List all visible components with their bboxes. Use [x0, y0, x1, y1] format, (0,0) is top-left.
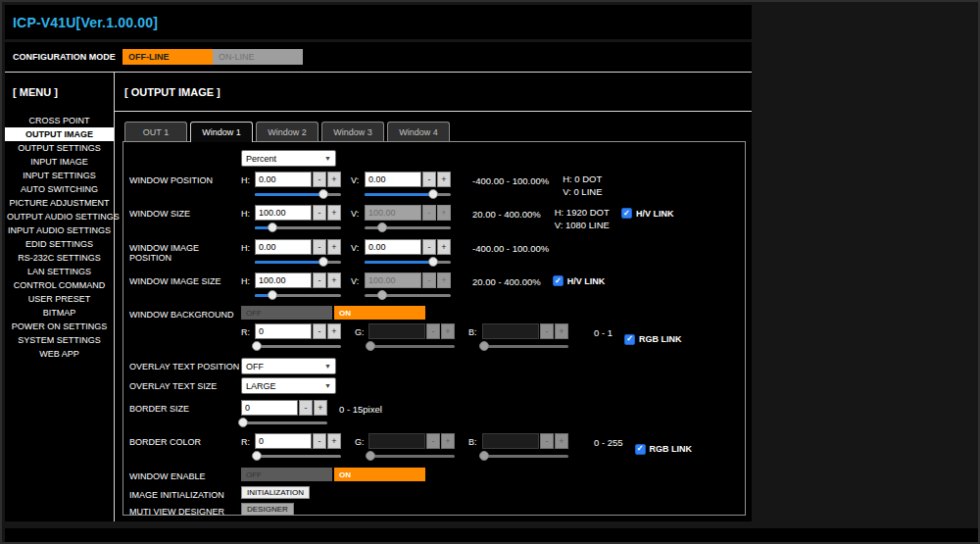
- slider-fill: [255, 261, 323, 264]
- tab-window-1[interactable]: Window 1: [190, 122, 253, 142]
- decrement-button[interactable]: -: [422, 172, 436, 187]
- increment-button[interactable]: +: [437, 172, 451, 187]
- window-image-size-v-control: - +: [365, 272, 451, 301]
- window-position-h-slider[interactable]: [255, 189, 341, 200]
- slider-handle[interactable]: [268, 290, 277, 300]
- window-image-size-h-input[interactable]: [255, 272, 312, 288]
- increment-button[interactable]: +: [327, 272, 341, 288]
- sidebar-item-edid-settings[interactable]: EDID SETTINGS: [5, 237, 114, 251]
- slider-handle[interactable]: [268, 223, 277, 232]
- main-content: [ OUTPUT IMAGE ] OUT 1 Window 1 Window 2…: [115, 73, 752, 521]
- border-size-slider[interactable]: [241, 418, 327, 428]
- blue-channel-group: B: - +: [468, 433, 568, 462]
- slider-handle[interactable]: [318, 257, 328, 267]
- increment-button[interactable]: +: [327, 323, 341, 339]
- slider-handle[interactable]: [252, 451, 262, 461]
- row-overlay-text-size: OVERLAY TEXT SIZE LARGE ▼: [129, 377, 739, 394]
- decrement-button[interactable]: -: [313, 205, 326, 221]
- slider-handle[interactable]: [318, 189, 328, 199]
- window-image-position-v-input[interactable]: [365, 239, 421, 255]
- tab-window-3[interactable]: Window 3: [321, 122, 384, 141]
- online-button[interactable]: ON-LINE: [213, 49, 303, 65]
- overlay-text-position-select[interactable]: OFF ▼: [241, 358, 336, 374]
- window-position-h-input[interactable]: [255, 172, 312, 187]
- range-hint: -400.00 - 100.00%: [472, 172, 549, 186]
- increment-button[interactable]: +: [327, 239, 341, 255]
- window-position-v-slider[interactable]: [365, 189, 451, 200]
- window-background-off-button[interactable]: OFF: [241, 306, 332, 320]
- border-color-r-slider[interactable]: [255, 451, 341, 462]
- red-channel-group: R: - +: [241, 323, 341, 352]
- slider-handle[interactable]: [252, 341, 262, 351]
- unit-select[interactable]: Percent ▼: [241, 150, 336, 167]
- h-axis-group: H: - +: [241, 239, 341, 268]
- hv-link-checkbox[interactable]: ✓ H/V LINK: [621, 205, 674, 219]
- sidebar-item-cross-point[interactable]: CROSS POINT: [5, 114, 114, 127]
- sidebar-item-control-command[interactable]: CONTROL COMMAND: [5, 278, 114, 292]
- increment-button[interactable]: +: [327, 433, 341, 449]
- sidebar-item-output-image[interactable]: OUTPUT IMAGE: [5, 127, 114, 141]
- overlay-text-size-select[interactable]: LARGE ▼: [241, 377, 336, 394]
- increment-button[interactable]: +: [327, 205, 341, 221]
- window-enable-off-button[interactable]: OFF: [241, 468, 332, 481]
- decrement-button[interactable]: -: [313, 172, 326, 187]
- sidebar-item-lan-settings[interactable]: LAN SETTINGS: [5, 265, 114, 278]
- window-enable-on-button[interactable]: ON: [334, 468, 425, 481]
- increment-button[interactable]: +: [327, 172, 341, 187]
- offline-button[interactable]: OFF-LINE: [122, 49, 213, 65]
- window-position-v-input[interactable]: [365, 172, 421, 187]
- window-image-position-h-input[interactable]: [255, 239, 312, 255]
- dot-line-info: H: 0 DOT V: 0 LINE: [563, 172, 602, 198]
- slider-track: [482, 345, 568, 348]
- background-r-input[interactable]: [255, 323, 312, 339]
- slider-handle[interactable]: [428, 257, 438, 267]
- background-g-input: [368, 323, 425, 339]
- increment-button: +: [441, 323, 455, 339]
- sidebar-item-picture-adjustment[interactable]: PICTURE ADJUSTMENT: [5, 196, 114, 210]
- initialization-button[interactable]: INITIALIZATION: [241, 486, 310, 499]
- slider-handle[interactable]: [428, 189, 438, 199]
- decrement-button[interactable]: -: [313, 272, 326, 288]
- slider-fill: [255, 193, 323, 196]
- sidebar-item-input-image[interactable]: INPUT IMAGE: [5, 155, 114, 169]
- window-image-position-h-slider[interactable]: [255, 257, 341, 268]
- sidebar-item-web-app[interactable]: WEB APP: [5, 347, 114, 361]
- row-window-enable: WINDOW ENABLE OFF ON: [129, 468, 739, 481]
- rgb-link-checkbox[interactable]: ✓ RGB LINK: [624, 323, 682, 352]
- designer-button[interactable]: DESIGNER: [241, 503, 294, 516]
- chevron-down-icon: ▼: [324, 155, 331, 162]
- window-size-h-slider[interactable]: [255, 223, 341, 233]
- tab-out-1[interactable]: OUT 1: [124, 122, 187, 141]
- sidebar-item-rs232c-settings[interactable]: RS-232C SETTINGS: [5, 251, 114, 265]
- window-position-h-control: - +: [255, 172, 341, 200]
- border-size-input[interactable]: [241, 400, 298, 416]
- sidebar-item-output-audio-settings[interactable]: OUTPUT AUDIO SETTINGS: [5, 210, 114, 223]
- sidebar-item-bitmap[interactable]: BITMAP: [5, 306, 114, 320]
- decrement-button[interactable]: -: [313, 239, 326, 255]
- increment-button[interactable]: +: [437, 239, 451, 255]
- sidebar-item-input-audio-settings[interactable]: INPUT AUDIO SETTINGS: [5, 223, 114, 237]
- sidebar-item-user-preset[interactable]: USER PRESET: [5, 292, 114, 306]
- tab-window-2[interactable]: Window 2: [256, 122, 318, 141]
- decrement-button[interactable]: -: [313, 323, 326, 339]
- background-r-slider[interactable]: [255, 341, 341, 352]
- hv-link-checkbox[interactable]: ✓ H/V LINK: [553, 272, 606, 286]
- increment-button[interactable]: +: [314, 400, 327, 416]
- window-size-h-input[interactable]: [255, 205, 312, 221]
- window-image-size-h-slider[interactable]: [255, 290, 341, 301]
- decrement-button[interactable]: -: [299, 400, 313, 416]
- rgb-link-checkbox[interactable]: ✓ RGB LINK: [635, 433, 693, 462]
- green-channel-group: G: - +: [355, 433, 455, 462]
- sidebar-item-output-settings[interactable]: OUTPUT SETTINGS: [5, 141, 114, 155]
- sidebar-item-power-on-settings[interactable]: POWER ON SETTINGS: [5, 320, 114, 333]
- sidebar-item-input-settings[interactable]: INPUT SETTINGS: [5, 169, 114, 182]
- sidebar-item-system-settings[interactable]: SYSTEM SETTINGS: [5, 333, 114, 347]
- sidebar-item-auto-switching[interactable]: AUTO SWITCHING: [5, 182, 114, 196]
- slider-handle[interactable]: [238, 418, 248, 427]
- decrement-button[interactable]: -: [313, 433, 326, 449]
- border-color-r-input[interactable]: [255, 433, 312, 449]
- decrement-button[interactable]: -: [422, 239, 436, 255]
- window-background-on-button[interactable]: ON: [334, 306, 425, 320]
- window-image-position-v-slider[interactable]: [365, 257, 451, 268]
- tab-window-4[interactable]: Window 4: [387, 122, 450, 141]
